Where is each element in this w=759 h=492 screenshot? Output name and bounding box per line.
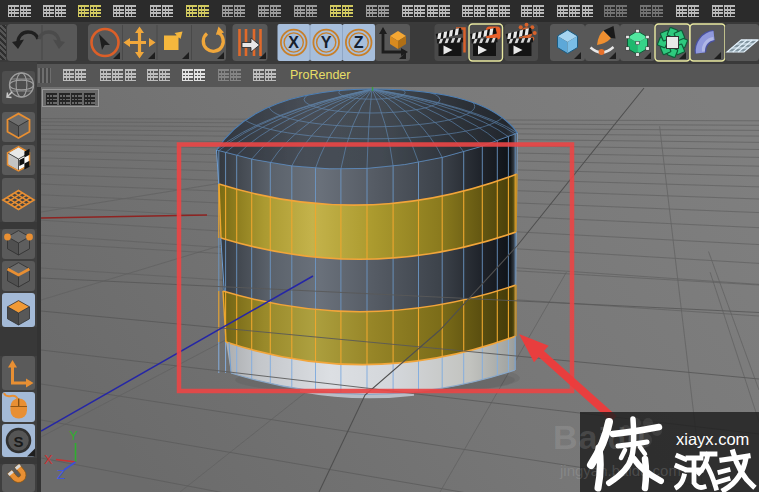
svg-text:Z: Z [57,467,65,482]
svg-text:Z: Z [354,34,364,51]
svg-text:Y: Y [69,428,78,443]
svg-text:X: X [44,452,53,467]
svg-text:Y: Y [321,34,332,51]
svg-text:S: S [13,433,23,450]
svg-text:X: X [288,34,299,51]
